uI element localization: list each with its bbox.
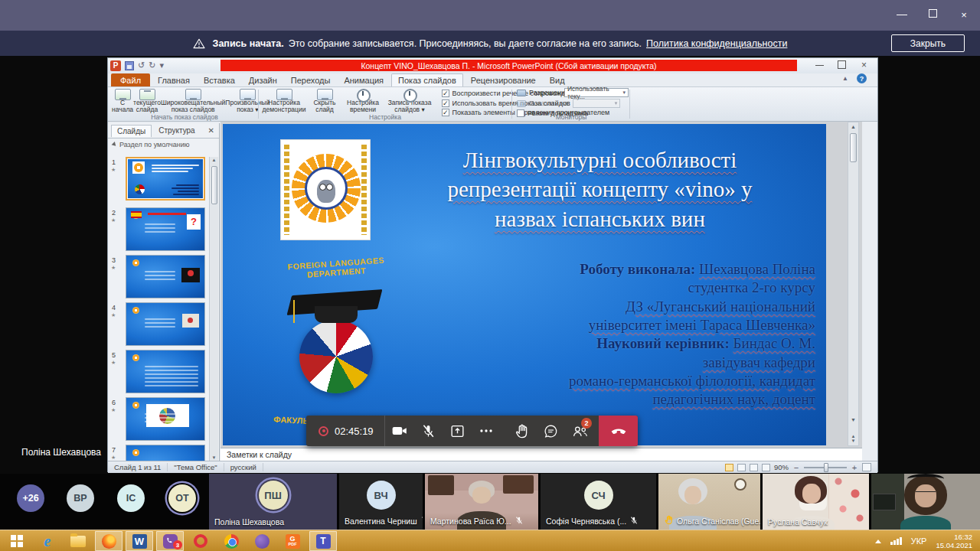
participant-avatar-ОТ[interactable]: ОТ [168,484,196,512]
participant-avatar-ВР[interactable]: ВР [67,484,94,512]
slide-thumbnail[interactable] [126,350,205,393]
taskbar-chrome-icon[interactable] [217,531,245,551]
close-icon[interactable]: × [959,9,969,20]
participants-button[interactable]: 2 [565,416,594,446]
network-signal-icon[interactable] [890,537,902,545]
microphone-muted-button[interactable] [413,416,443,446]
participant-tile[interactable]: Мартинова Раїса Ю... [425,474,538,530]
redo-icon[interactable]: ↻ [149,61,155,70]
scroll-up-icon[interactable]: ▲ [850,124,857,129]
slide-canvas[interactable]: Лінгвокультурні особливостірепрезентації… [223,124,826,445]
zoom-out-icon[interactable]: − [792,463,800,472]
fit-to-window-button[interactable] [862,463,871,471]
show-on-select[interactable]: ▾ [573,99,620,108]
save-icon[interactable] [125,61,134,70]
tab-slides[interactable]: Слайды [111,125,152,137]
hang-up-button[interactable] [599,416,638,446]
resolution-select[interactable]: Использовать теку...▾ [564,88,629,97]
slide-scrollbar[interactable]: ▲ ▼ ▲▼ [848,122,859,446]
slide-thumbnail[interactable] [126,397,205,441]
slide-thumbnail[interactable] [126,157,205,201]
participant-tile[interactable]: Руслана Савчук [763,474,869,530]
slide-number: 2 [112,209,116,217]
participant-avatar-ІС[interactable]: ІС [117,484,145,512]
slide-thumbnail[interactable] [126,255,205,298]
ribbon-tab-Вставка[interactable]: Вставка [198,73,241,86]
share-screen-button[interactable] [443,416,472,446]
taskbar-file-explorer-icon[interactable] [64,531,92,551]
scroll-down-icon[interactable]: ▼ [850,417,857,422]
slideshow-view-button[interactable] [762,464,770,471]
raise-hand-button[interactable] [507,416,536,446]
panel-close-icon[interactable]: ✕ [208,126,214,135]
more-actions-button[interactable] [472,416,501,446]
banner-close-button[interactable]: Закрыть [891,34,965,52]
taskbar-firefox-icon[interactable] [95,531,122,551]
tab-outline[interactable]: Структура [153,125,200,136]
scroll-down-icon[interactable]: ▼ [211,455,217,460]
overflow-participants-badge[interactable]: +26 [17,484,44,512]
taskbar-internet-explorer-icon[interactable]: e [34,531,61,551]
previous-next-slide-buttons[interactable]: ▲▼ [850,434,857,444]
taskbar-word-icon[interactable]: W [126,531,153,551]
ribbon-checkbox[interactable]: ✓Использовать время показа слайдов [442,99,512,107]
hidden-icons-arrow[interactable] [875,540,881,543]
taskbar-start-icon[interactable] [3,531,31,551]
panel-scrollbar[interactable]: ▲ ▼ [209,157,218,461]
notes-pane[interactable]: Заметки к слайду [220,448,862,461]
taskbar-purple-app-icon[interactable] [248,531,276,551]
slide-thumbnail[interactable]: ? [126,207,205,251]
participant-tile[interactable]: ПШПоліна Шехавцова [209,474,337,530]
participant-tile[interactable] [871,474,980,530]
participant-tile[interactable]: СЧСофія Чернявська (... [541,474,656,530]
ppt-minimize-icon[interactable] [815,60,824,66]
zoom-slider[interactable] [804,467,847,468]
qat-dropdown-icon[interactable]: ▾ [159,61,164,70]
slide-body-line: університет імені Тараса Шевченка» [471,316,815,334]
ribbon-button[interactable]: Настройка времени [341,87,385,113]
slide-thumbnail[interactable] [126,302,205,346]
ribbon-button[interactable]: Скрыть слайд [309,87,341,113]
ribbon-tab-Дизайн[interactable]: Дизайн [243,73,283,86]
checkbox[interactable]: ✓ [442,90,449,97]
checkbox[interactable]: ✓ [442,99,449,107]
ribbon-tab-Рецензирование[interactable]: Рецензирование [465,73,542,86]
taskbar-opera-icon[interactable] [187,531,214,551]
ribbon-checkbox[interactable]: ✓Воспроизвести речевое сопровождение [442,90,512,97]
scroll-up-icon[interactable]: ▲ [211,158,217,162]
language-indicator[interactable]: УКР [911,536,927,546]
normal-view-button[interactable] [725,464,733,471]
ribbon-tab-Показ слайдов[interactable]: Показ слайдов [391,73,463,86]
camera-button[interactable] [385,416,414,446]
ribbon-tab-Файл[interactable]: Файл [111,73,150,86]
help-icon[interactable]: ? [857,73,867,83]
privacy-policy-link[interactable]: Политика конфиденциальности [646,38,787,49]
ribbon-button[interactable]: Запись показа слайдов ▾ [385,87,434,113]
ribbon-collapse-icon[interactable]: ▲ [842,75,848,82]
slide-sorter-view-button[interactable] [737,464,746,471]
maximize-icon[interactable] [929,9,937,18]
ribbon-button[interactable]: Настройка демонстрации [260,87,309,113]
ppt-close-icon[interactable]: × [860,60,868,69]
taskbar-teams-icon[interactable]: T [309,531,337,551]
taskbar-pdf-reader-icon[interactable]: GPDF [279,531,306,551]
ppt-restore-icon[interactable] [838,60,846,69]
ribbon-tab-Главная[interactable]: Главная [152,73,196,86]
slide-thumbnail[interactable] [126,445,205,461]
undo-icon[interactable]: ↺ [138,61,145,70]
section-header[interactable]: Раздел по умолчанию [108,139,219,150]
ribbon-button[interactable]: С начала [112,87,133,113]
clock[interactable]: 16:32 15.04.2021 [936,533,972,549]
minimize-icon[interactable] [897,9,907,15]
participant-tile[interactable]: ВЧВалентина Черниш [339,474,423,530]
ribbon-tab-Переходы[interactable]: Переходы [285,73,337,86]
ribbon-tab-Анимация[interactable]: Анимация [338,73,390,86]
chat-button[interactable] [536,416,565,446]
taskbar-viber-icon[interactable]: 3 [156,531,184,551]
reading-view-button[interactable] [750,464,758,471]
zoom-in-icon[interactable]: + [851,463,858,472]
ribbon-button[interactable]: Широковещательный показ слайдов [161,87,225,113]
participant-tile[interactable]: Ольга Станіслав (Gue... [658,474,760,530]
powerpoint-logo-icon[interactable]: P [110,60,121,71]
ribbon-button[interactable]: С текущего слайда [133,87,161,113]
